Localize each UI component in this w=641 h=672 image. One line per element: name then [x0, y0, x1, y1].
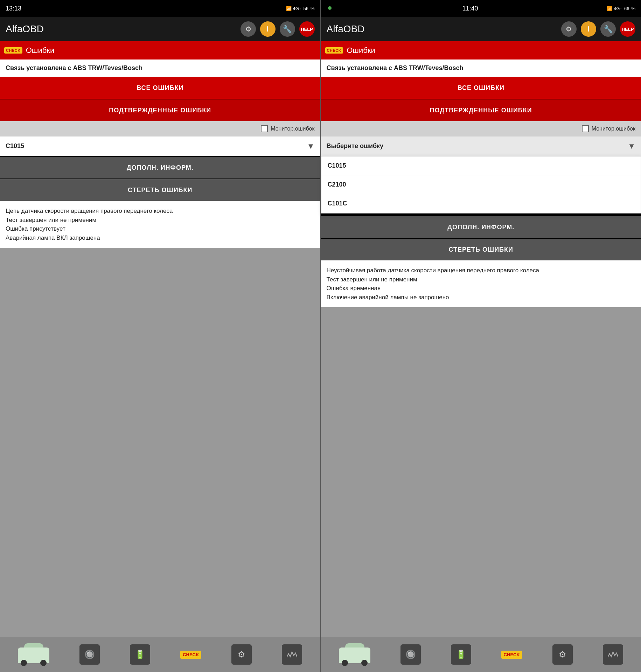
right-phone-panel: 11:40 📶 4G↑ 66 % AlfaOBD ⚙ i 🔧 HELP CHEC… — [321, 0, 641, 672]
right-all-errors-button[interactable]: ВСЕ ОШИБКИ — [321, 77, 641, 99]
right-dropdown-row[interactable]: Выберите ошибку ▼ — [321, 136, 641, 156]
left-wrench-icon[interactable]: 🔧 — [280, 21, 295, 37]
left-nav-car-image — [18, 642, 49, 667]
right-bottom-nav: 🔘 🔋 CHECK ⚙ — [321, 637, 641, 672]
right-confirmed-errors-button[interactable]: ПОДТВЕРЖДЕННЫЕ ОШИБКИ — [321, 99, 641, 121]
left-additional-info-button[interactable]: ДОПОЛН. ИНФОРМ. — [0, 157, 320, 178]
left-engine-icon: ⚙ — [231, 644, 252, 665]
car-wheel-left — [21, 660, 27, 666]
left-time: 13:13 — [6, 5, 21, 12]
left-gray-area — [0, 248, 320, 637]
right-nav-battery[interactable]: 🔋 — [451, 644, 471, 665]
right-nav-check[interactable]: CHECK — [501, 651, 522, 659]
left-nav-battery[interactable]: 🔋 — [130, 644, 150, 665]
right-clear-errors-button[interactable]: СТЕРЕТЬ ОШИБКИ — [321, 239, 641, 260]
right-dropdown-placeholder: Выберите ошибку — [327, 142, 628, 150]
right-nav-car[interactable] — [339, 642, 370, 667]
right-monitor-label: Монитор.ошибок — [592, 126, 635, 132]
left-app-header: AlfaOBD ⚙ i 🔧 HELP — [0, 17, 320, 41]
left-monitor-checkbox[interactable] — [261, 125, 268, 132]
left-check-badge: CHECK — [4, 47, 22, 54]
right-dropdown-item-1[interactable]: C2100 — [321, 175, 641, 194]
right-gray-area — [321, 307, 641, 637]
car-wheel-right — [40, 660, 47, 666]
right-battery-text: 66 — [624, 6, 629, 11]
left-dropdown-arrow[interactable]: ▼ — [307, 142, 315, 151]
right-nav-wheel[interactable]: 🔘 — [400, 644, 421, 665]
right-car-wheel-right — [361, 660, 368, 666]
right-dropdown-item-0[interactable]: C1015 — [321, 156, 641, 175]
right-nav-check-badge: CHECK — [501, 651, 522, 659]
right-app-header: AlfaOBD ⚙ i 🔧 HELP — [321, 17, 641, 41]
left-help-button[interactable]: HELP — [299, 21, 315, 37]
right-check-badge: CHECK — [325, 47, 343, 54]
left-clear-errors-button[interactable]: СТЕРЕТЬ ОШИБКИ — [0, 179, 320, 201]
right-help-button[interactable]: HELP — [620, 21, 635, 37]
right-monitor-row: Монитор.ошибок — [321, 121, 641, 136]
left-battery-percent-sign: % — [311, 6, 315, 11]
right-engine-icon: ⚙ — [552, 644, 573, 665]
right-app-title: AlfaOBD — [327, 23, 557, 35]
right-dropdown-container: Выберите ошибку ▼ C1015 C2100 C101C — [321, 136, 641, 156]
right-wave-icon — [603, 644, 623, 665]
right-section-title: Ошибки — [347, 46, 375, 55]
right-error-text: Неустойчивая работа датчика скорости вра… — [327, 267, 539, 301]
left-wheel-icon: 🔘 — [79, 644, 100, 665]
right-dropdown-item-2[interactable]: C101C — [321, 194, 641, 213]
left-all-errors-button[interactable]: ВСЕ ОШИБКИ — [0, 77, 320, 99]
right-nav-car-image — [339, 642, 370, 667]
right-time: 11:40 — [462, 5, 478, 12]
left-battery-text: 56 — [303, 6, 308, 11]
left-dropdown-row[interactable]: C1015 ▼ — [0, 136, 320, 156]
left-signal: 📶 4G↑ — [286, 6, 301, 11]
left-wave-icon — [282, 644, 302, 665]
right-battery-icon: 🔋 — [451, 644, 471, 665]
left-battery-icon: 🔋 — [130, 644, 150, 665]
right-status-icons: 📶 4G↑ 66 % — [607, 6, 635, 11]
right-wrench-icon[interactable]: 🔧 — [600, 21, 616, 37]
left-confirmed-errors-button[interactable]: ПОДТВЕРЖДЕННЫЕ ОШИБКИ — [0, 99, 320, 121]
right-nav-wave[interactable] — [603, 644, 623, 665]
left-section-title: Ошибки — [26, 46, 55, 55]
left-nav-wheel[interactable]: 🔘 — [79, 644, 100, 665]
right-wave-svg — [608, 650, 618, 659]
left-nav-wave[interactable] — [282, 644, 302, 665]
right-notification-area — [327, 5, 334, 12]
right-signal: 📶 4G↑ — [607, 6, 622, 11]
right-settings-icon[interactable]: ⚙ — [561, 21, 577, 37]
left-app-title: AlfaOBD — [6, 23, 236, 35]
right-wheel-icon: 🔘 — [400, 644, 421, 665]
right-additional-info-button[interactable]: ДОПОЛН. ИНФОРМ. — [321, 216, 641, 238]
left-monitor-label: Монитор.ошибок — [271, 126, 314, 132]
left-settings-icon[interactable]: ⚙ — [241, 21, 256, 37]
right-dropdown-arrow[interactable]: ▼ — [628, 142, 635, 151]
right-nav-engine[interactable]: ⚙ — [552, 644, 573, 665]
left-nav-engine[interactable]: ⚙ — [231, 644, 252, 665]
left-section-header: CHECK Ошибки — [0, 41, 320, 59]
left-nav-car[interactable] — [18, 642, 49, 667]
right-error-description: Неустойчивая работа датчика скорости вра… — [321, 260, 641, 307]
right-section-header: CHECK Ошибки — [321, 41, 641, 59]
left-error-text: Цепь датчика скорости вращения правого п… — [6, 208, 173, 241]
right-dropdown-list: C1015 C2100 C101C — [321, 156, 641, 214]
left-monitor-row: Монитор.ошибок — [0, 121, 320, 136]
left-error-description: Цепь датчика скорости вращения правого п… — [0, 201, 320, 248]
left-nav-check-badge: CHECK — [180, 651, 201, 659]
right-info-icon[interactable]: i — [581, 21, 596, 37]
left-info-icon[interactable]: i — [260, 21, 276, 37]
right-monitor-checkbox[interactable] — [582, 125, 589, 132]
left-connection-info: Связь установлена с ABS TRW/Teves/Bosch — [0, 59, 320, 77]
left-status-bar: 13:13 📶 4G↑ 56 % — [0, 0, 320, 17]
right-status-bar: 11:40 📶 4G↑ 66 % — [321, 0, 641, 17]
wave-svg — [287, 650, 297, 659]
right-connection-info: Связь установлена с ABS TRW/Teves/Bosch — [321, 59, 641, 77]
right-notif-dot — [328, 6, 332, 10]
left-bottom-nav: 🔘 🔋 CHECK ⚙ — [0, 637, 320, 672]
right-car-wheel-left — [342, 660, 348, 666]
left-phone-panel: 13:13 📶 4G↑ 56 % AlfaOBD ⚙ i 🔧 HELP CHEC… — [0, 0, 320, 672]
left-nav-check[interactable]: CHECK — [180, 651, 201, 659]
left-dropdown-value: C1015 — [6, 142, 307, 150]
left-status-icons: 📶 4G↑ 56 % — [286, 6, 315, 11]
right-battery-percent-sign: % — [631, 6, 635, 11]
